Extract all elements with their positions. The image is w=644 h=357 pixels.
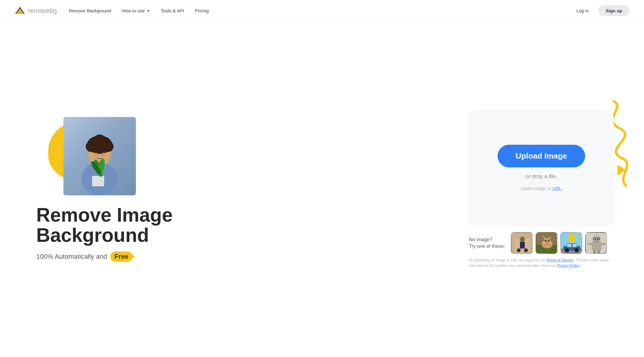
subline-prefix-text: 100% Automatically and [36, 253, 107, 261]
headline-line1: Remove Image [36, 204, 173, 226]
paste-text: paste image or URL [521, 186, 561, 191]
nav-link-remove-background[interactable]: Remove Background [69, 8, 111, 13]
logo-icon [14, 5, 25, 16]
logo[interactable]: removebg [14, 5, 57, 16]
hero-headline: Remove Image Background [36, 205, 211, 245]
nav-link-tools-api[interactable]: Tools & API [161, 8, 184, 13]
sample-row: No image? Try one of these: [469, 232, 614, 254]
svg-rect-55 [588, 243, 592, 245]
sample-images [511, 232, 607, 254]
svg-rect-58 [597, 250, 600, 254]
terms-text: By uploading an image or URL you agree t… [469, 257, 614, 268]
hero-image-container [54, 117, 151, 195]
paste-prefix: paste image or [521, 186, 551, 191]
hero-subline: 100% Automatically and Free [36, 251, 211, 262]
main-content: Remove Image Background 100% Automatical… [0, 22, 644, 357]
drop-text: or drop a file, [525, 173, 557, 180]
sample-image-3[interactable] [560, 232, 582, 254]
terms-suffix: . [581, 264, 582, 268]
sample-label-line1: No image? [469, 237, 492, 242]
nav-link-pricing[interactable]: Pricing [195, 8, 209, 13]
svg-point-7 [93, 134, 106, 148]
svg-rect-42 [572, 244, 577, 247]
upload-image-button[interactable]: Upload Image [498, 145, 585, 167]
svg-point-36 [568, 234, 575, 242]
svg-point-8 [95, 153, 97, 156]
signup-button[interactable]: Sign up [598, 5, 630, 16]
sample-image-2[interactable] [536, 232, 557, 254]
nav-link-how-to-use[interactable]: How to use ▼ [122, 8, 150, 13]
right-section: Upload Image or drop a file, paste image… [463, 110, 620, 268]
sample-image-4[interactable] [585, 232, 607, 254]
headline-line2: Background [36, 224, 149, 246]
upload-card: Upload Image or drop a file, paste image… [469, 110, 614, 225]
svg-rect-54 [594, 241, 599, 242]
svg-point-30 [546, 242, 548, 243]
terms-prefix: By uploading an image or URL you agree t… [469, 258, 546, 262]
svg-rect-10 [92, 176, 104, 186]
nav-right: Log in Sign up [572, 5, 630, 16]
svg-rect-17 [520, 242, 525, 248]
svg-point-21 [524, 248, 528, 252]
login-button[interactable]: Log in [572, 6, 594, 16]
left-section: Remove Image Background 100% Automatical… [36, 117, 211, 262]
triangle-decoration [617, 165, 626, 175]
nav-left: removebg Remove Background How to use ▼ … [14, 5, 209, 16]
svg-point-16 [520, 237, 525, 242]
svg-point-44 [575, 248, 579, 252]
svg-point-29 [548, 240, 549, 242]
chevron-down-icon: ▼ [147, 9, 150, 13]
svg-rect-57 [593, 250, 596, 254]
svg-rect-46 [592, 242, 601, 250]
terms-of-service-link[interactable]: Terms of Service [546, 258, 573, 262]
free-badge: Free [110, 251, 133, 262]
sample-image-1[interactable] [511, 232, 533, 254]
svg-point-51 [598, 238, 599, 239]
how-to-use-label: How to use [122, 8, 145, 13]
svg-point-28 [545, 240, 546, 242]
brand-name-start: remove [28, 7, 50, 14]
hero-person-image [63, 117, 136, 195]
svg-rect-56 [601, 243, 606, 245]
navigation: removebg Remove Background How to use ▼ … [0, 0, 644, 22]
svg-point-20 [517, 248, 521, 252]
svg-rect-41 [567, 244, 571, 247]
url-link[interactable]: URL [553, 186, 562, 191]
nav-links: Remove Background How to use ▼ Tools & A… [69, 8, 209, 13]
svg-point-43 [565, 248, 569, 252]
sample-label: No image? Try one of these: [469, 236, 505, 250]
svg-point-9 [102, 153, 104, 156]
privacy-policy-link[interactable]: Privacy Policy [557, 264, 580, 268]
sample-label-line2: Try one of these: [469, 244, 505, 249]
brand-name-end: bg [50, 7, 56, 14]
svg-point-50 [594, 238, 595, 239]
brand-name: removebg [28, 7, 57, 15]
svg-point-25 [543, 238, 551, 244]
